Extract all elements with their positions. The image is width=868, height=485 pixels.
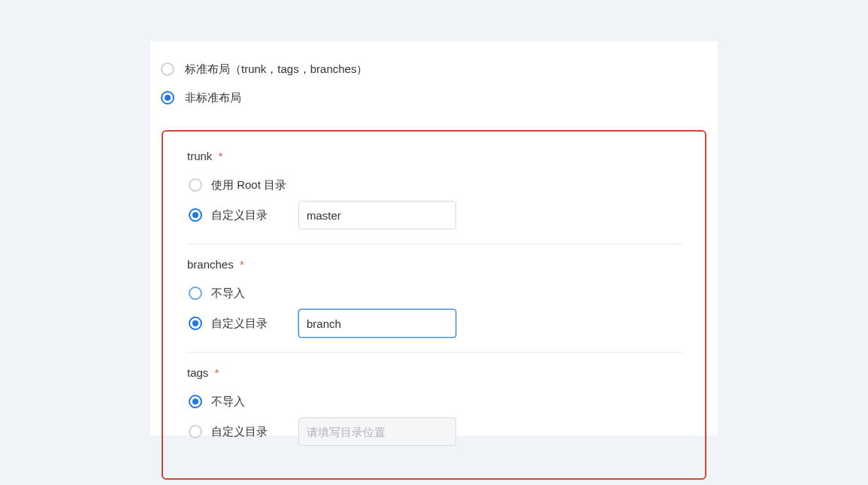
radio-trunk-custom[interactable] (189, 208, 202, 222)
tags-skip-label: 不导入 (211, 395, 279, 409)
layout-standard-row[interactable]: 标准布局（trunk，tags，branches） (161, 55, 718, 83)
tags-section: tags * 不导入 自定义目录 (187, 352, 682, 460)
required-asterisk: * (240, 258, 244, 271)
trunk-custom-row[interactable]: 自定义目录 (187, 200, 682, 230)
config-detail-box: trunk * 使用 Root 目录 自定义目录 branches * 不导入 (162, 130, 706, 480)
radio-tags-skip[interactable] (189, 395, 202, 408)
branches-title-text: branches (187, 258, 234, 271)
tags-custom-input[interactable] (298, 417, 456, 446)
tags-skip-row[interactable]: 不导入 (187, 386, 682, 417)
trunk-custom-label: 自定义目录 (211, 208, 279, 223)
radio-branches-skip[interactable] (189, 286, 202, 300)
branches-custom-input[interactable] (298, 309, 456, 338)
tags-title: tags * (187, 366, 682, 379)
branches-skip-label: 不导入 (211, 286, 279, 301)
branches-custom-label: 自定义目录 (211, 317, 279, 331)
required-asterisk: * (215, 366, 219, 379)
radio-standard-layout[interactable] (161, 62, 174, 76)
trunk-title: trunk * (187, 150, 682, 162)
radio-trunk-use-root[interactable] (189, 178, 202, 192)
config-panel: 标准布局（trunk，tags，branches） 非标准布局 trunk * … (150, 41, 718, 435)
layout-nonstandard-label: 非标准布局 (185, 91, 241, 105)
trunk-section: trunk * 使用 Root 目录 自定义目录 (187, 150, 682, 244)
required-asterisk: * (219, 150, 223, 162)
tags-title-text: tags (187, 366, 208, 379)
branches-title: branches * (187, 258, 682, 271)
trunk-use-root-label: 使用 Root 目录 (211, 178, 286, 192)
branches-custom-row[interactable]: 自定义目录 (187, 308, 682, 338)
radio-nonstandard-layout[interactable] (161, 91, 174, 105)
tags-custom-row[interactable]: 自定义目录 (187, 417, 682, 447)
radio-branches-custom[interactable] (189, 317, 202, 330)
layout-standard-label: 标准布局（trunk，tags，branches） (185, 62, 367, 77)
tags-custom-label: 自定义目录 (211, 425, 279, 439)
layout-nonstandard-row[interactable]: 非标准布局 (161, 83, 718, 112)
trunk-use-root-row[interactable]: 使用 Root 目录 (187, 170, 682, 200)
branches-section: branches * 不导入 自定义目录 (187, 244, 682, 352)
trunk-title-text: trunk (187, 150, 212, 162)
trunk-custom-input[interactable] (298, 201, 456, 229)
branches-skip-row[interactable]: 不导入 (187, 278, 682, 308)
layout-options-group: 标准布局（trunk，tags，branches） 非标准布局 (150, 55, 718, 112)
radio-tags-custom[interactable] (189, 425, 202, 438)
